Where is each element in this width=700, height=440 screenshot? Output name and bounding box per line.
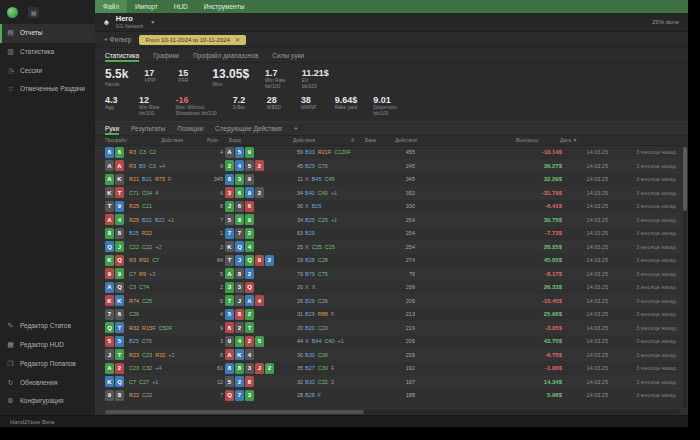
card-Qd: Q [235,241,244,252]
table-row[interactable]: T9R25C218J6630XB25330-6.41$14.03.253 мес… [105,200,680,214]
stat-number: 35 [287,365,305,371]
stat-item: 38WWSF [301,95,319,111]
table-tab-results[interactable]: Результаты [131,125,165,135]
chevron-down-icon[interactable]: ▼ [150,19,155,25]
profile-tag: +1 [168,217,174,223]
board-cards: 589 [225,214,287,225]
board-cards: 33Q [225,282,287,293]
table-row[interactable]: AKR21B21R75F34583911XB45C4534532.29$14.0… [105,173,680,187]
sidebar-item-updates[interactable]: ↻Обновления [0,374,95,393]
table-tab-next-actions[interactable]: Следующие Действия [215,125,282,135]
table-row[interactable]: AAR3B9C3+49245245B29C7024536.27$14.03.25… [105,159,680,173]
tab-graphs[interactable]: Графики [153,52,179,62]
table-row[interactable]: 55B25C703942544XB44C40+120943.75$14.03.2… [105,335,680,349]
sidebar-item-configuration[interactable]: ⚙Конфигурация [0,392,95,411]
table-row[interactable]: 66R3C3C24A5959B03R21FC120F455-10.14$14.0… [105,146,680,160]
menu-file[interactable]: Файл [95,0,127,13]
column-header[interactable]: Действия [395,137,435,143]
tab-statistics[interactable]: Статистика [105,52,139,62]
action-tag: B28 [305,392,315,398]
stat-item: 17VPIP [144,68,162,84]
sidebar-item-popup-editor[interactable]: ❐Редактор Попапов [0,355,95,374]
table-row[interactable]: A2C23C32+461883J235B27C30F192-1.06$14.03… [105,362,680,376]
sidebar-item-sessions[interactable]: ◷Сессии [0,62,95,81]
column-header[interactable]: Действия [293,137,351,143]
tab-range-profile[interactable]: Профайл диапазонов [193,52,258,62]
column-header[interactable]: Борд [229,137,293,143]
card-7d: 7 [235,390,244,401]
table-row[interactable]: KTC71C0446369234B40C40+1392-31.79$14.03.… [105,186,680,200]
stat-item: 1.7Win Ratebb/100 [265,68,286,90]
vertical-scrollbar[interactable] [683,147,687,408]
card-Qc: Q [245,255,254,266]
player-bar: ♠ Hero GG Network ▼ 25% done [95,13,688,32]
action-tags: XX [305,284,389,290]
column-header[interactable]: Профайл [105,137,161,143]
hand-date: 14.03.25 [562,190,608,196]
profile-tag: C3 [129,284,136,290]
stat-item: 4.3Agg [105,95,123,111]
horizontal-scrollbar-thumb[interactable] [105,410,364,414]
profile-tag: B21 [142,176,152,182]
table-row[interactable]: KKR74C2567JA426B26C26209-15.45$14.03.253… [105,294,680,308]
vertical-scrollbar-thumb[interactable] [683,147,687,211]
sidebar-item-stats-editor[interactable]: ✎Редактор Статов [0,317,95,336]
collapse-sidebar-icon[interactable]: ▦ [28,7,39,18]
date-filter-chip[interactable]: From 10-11-2024 to 10-11-2024 ✕ [139,35,246,45]
sidebar-item-marked-hands[interactable]: ☆Отмеченные Раздачи [0,80,95,99]
sidebar-item-statistics[interactable]: ▥Статистика [0,43,95,62]
hand-date: 14.03.25 [562,230,608,236]
table-row[interactable]: 88B25R22177263B29254-7.73$14.03.253 меся… [105,227,680,241]
sidebar-item-hud-editor[interactable]: ▦Редактор HUD [0,336,95,355]
popup-icon: ❐ [6,360,15,369]
tab-hand-strength[interactable]: Силы руки [272,52,304,62]
add-filter-button[interactable]: + Фильтр [104,36,131,43]
pencil-icon: ✎ [6,322,15,331]
card-9s: 9 [105,390,114,401]
clear-filter-icon[interactable]: ✕ [235,36,240,43]
table-tab-add-tab[interactable]: + [294,125,298,135]
table-row[interactable]: A4R25B22B22+1758934B25C25+125430.75$14.0… [105,213,680,227]
player-meta[interactable]: Hero GG Network [116,15,144,29]
menu-tools[interactable]: Инструменты [196,0,253,13]
column-header[interactable]: Руки [207,137,229,143]
action-tag: B29 [305,163,315,169]
action-tags: B28C28 [305,257,389,263]
stat-number: 28 [287,392,305,398]
menu-import[interactable]: Импорт [127,0,166,13]
column-header[interactable]: Действия [161,137,207,143]
column-header[interactable]: А [351,137,365,143]
table-row[interactable]: QTR32R15FC50F962T20B20C20219-3.05$14.03.… [105,321,680,335]
sidebar-item-reports[interactable]: ▤Отчеты [0,24,95,43]
table-row[interactable]: AQC3C74233Q20XX20926.33$14.03.253 месяца… [105,281,680,295]
column-header[interactable]: Дата ▼ [560,137,606,143]
column-header[interactable]: Банк [365,137,395,143]
table-row[interactable]: 98R22C227Q7328B28F1885.96$14.03.253 меся… [105,389,680,403]
sessions-icon: ◷ [6,67,15,76]
table-row[interactable]: QJC22C22+23KQ425XC25C2525428.25$14.03.25… [105,240,680,254]
card-2c: 2 [265,363,274,374]
table-row[interactable]: 76C26458231B29R88F21325.96$14.03.253 мес… [105,308,680,322]
action-tags: XB44C40+1 [305,338,389,344]
hands-count: 8 [205,352,225,358]
table-tab-positions[interactable]: Позиции [177,125,203,135]
card-9d: 9 [115,201,124,212]
card-7s: 7 [105,309,114,320]
card-Ah: A [105,214,114,225]
menu-hud[interactable]: HUD [166,0,196,13]
table-row[interactable]: KQC7C27+11252832B32C32219714.34$14.03.25… [105,375,680,389]
table-row[interactable]: KQR3R92C764TJQ9229B28C2827445.05$14.03.2… [105,254,680,268]
sidebar-logo-row: ▦ [0,0,95,24]
action-tag: C120F [334,149,351,155]
profile-tag: R25 [129,217,139,223]
win-amount: 26.33$ [518,284,562,290]
table-row[interactable]: 99C7R9+35A8279B79C7579-8.17$14.03.253 ме… [105,267,680,281]
stat-value: 13.05$ [212,68,249,82]
table-row[interactable]: JTR23C23R32+28AK430B30C30209-6.75$14.03.… [105,348,680,362]
column-header[interactable]: Выигрыш [516,137,560,143]
horizontal-scrollbar[interactable] [105,410,680,414]
action-tag: C75 [318,271,328,277]
card-8c: 8 [235,214,244,225]
table-tab-hands[interactable]: Руки [105,125,119,135]
pot-size: 209 [389,352,415,358]
